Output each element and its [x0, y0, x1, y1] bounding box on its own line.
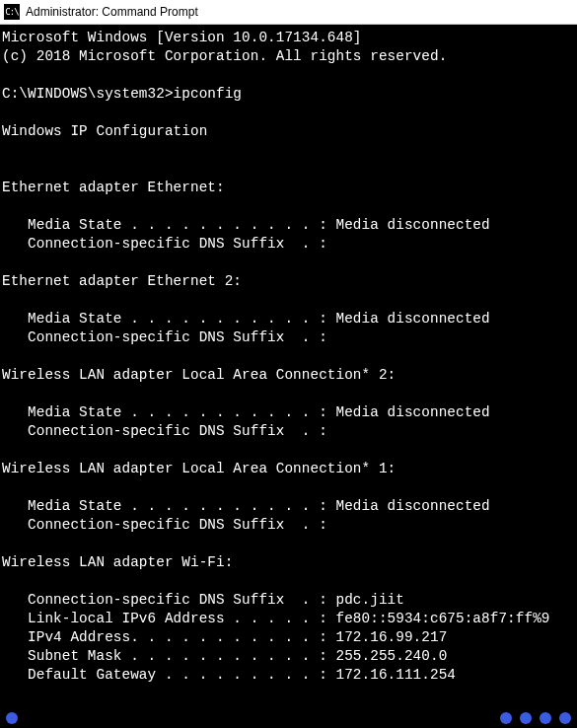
adapter-line: Connection-specific DNS Suffix . : pdc.j…: [2, 592, 404, 608]
adapter-title: Wireless LAN adapter Wi-Fi:: [2, 554, 233, 570]
adapter-title: Wireless LAN adapter Local Area Connecti…: [2, 367, 396, 383]
adapter-line: Default Gateway . . . . . . . . . : 172.…: [2, 667, 456, 683]
terminal-output[interactable]: Microsoft Windows [Version 10.0.17134.64…: [0, 25, 577, 728]
banner-line-2: (c) 2018 Microsoft Corporation. All righ…: [2, 48, 447, 64]
adapter-title: Ethernet adapter Ethernet:: [2, 180, 225, 195]
adapter-line: Media State . . . . . . . . . . . : Medi…: [2, 498, 490, 514]
adapter-line: Media State . . . . . . . . . . . : Medi…: [2, 311, 490, 327]
window-title: Administrator: Command Prompt: [26, 5, 198, 19]
cmd-icon: C:\: [4, 4, 20, 20]
adapter-line: Connection-specific DNS Suffix . :: [2, 236, 327, 252]
adapter-line: Media State . . . . . . . . . . . : Medi…: [2, 217, 490, 233]
annotation-dot: [540, 712, 551, 724]
adapter-line: Subnet Mask . . . . . . . . . . . : 255.…: [2, 648, 447, 664]
prompt: C:\WINDOWS\system32>: [2, 86, 174, 102]
annotation-dot: [559, 712, 571, 724]
adapter-line: IPv4 Address. . . . . . . . . . . : 172.…: [2, 629, 447, 645]
command-input[interactable]: ipconfig: [174, 86, 242, 102]
adapter-line: Link-local IPv6 Address . . . . . : fe80…: [2, 611, 550, 626]
adapter-line: Connection-specific DNS Suffix . :: [2, 517, 327, 533]
adapter-line: Connection-specific DNS Suffix . :: [2, 423, 327, 439]
adapter-line: Connection-specific DNS Suffix . :: [2, 329, 327, 345]
banner-line-1: Microsoft Windows [Version 10.0.17134.64…: [2, 30, 362, 45]
window-titlebar[interactable]: C:\ Administrator: Command Prompt: [0, 0, 577, 25]
adapter-title: Wireless LAN adapter Local Area Connecti…: [2, 461, 396, 476]
ipconfig-heading: Windows IP Configuration: [2, 123, 207, 139]
annotation-dots: [500, 712, 571, 724]
adapter-title: Ethernet adapter Ethernet 2:: [2, 273, 242, 289]
annotation-dot: [520, 712, 532, 724]
annotation-dot: [6, 712, 18, 724]
adapter-line: Media State . . . . . . . . . . . : Medi…: [2, 404, 490, 420]
annotation-dot: [500, 712, 512, 724]
